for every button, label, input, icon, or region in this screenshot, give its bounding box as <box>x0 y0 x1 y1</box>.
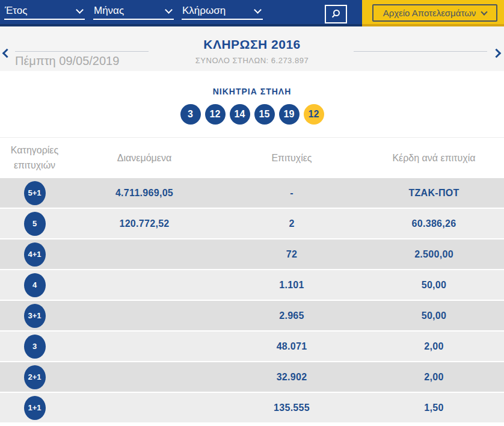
category-badge: 3 <box>24 335 46 359</box>
category-badge: 4+1 <box>24 242 46 267</box>
winning-numbers: 3 12 14 15 19 12 <box>0 104 504 125</box>
category-badge: 4 <box>24 273 46 297</box>
month-dropdown[interactable]: Μήνας <box>93 3 174 20</box>
next-draw-button[interactable] <box>490 47 503 60</box>
distributed-cell: 120.772,52 <box>69 218 220 229</box>
draw-title: ΚΛΗΡΩΣΗ 2016 <box>0 37 504 52</box>
winners-cell: - <box>220 188 364 199</box>
chevron-down-icon <box>481 8 488 15</box>
category-cell: 4+1 <box>0 242 69 267</box>
winning-number-ball: 14 <box>230 104 250 125</box>
draw-dropdown-label: Κλήρωση <box>182 5 226 17</box>
prize-cell: 1,50 <box>364 403 504 413</box>
year-dropdown[interactable]: Έτος <box>4 3 85 20</box>
chevron-down-icon <box>76 6 84 14</box>
winning-number-ball: 15 <box>254 104 275 125</box>
category-cell: 1+1 <box>0 396 69 420</box>
table-row: 5 120.772,52 2 60.386,26 <box>0 209 504 239</box>
filter-bar: Έτος Μήνας Κλήρωση Αρχείο Αποτελεσμάτων <box>0 0 504 26</box>
table-row: 5+1 4.711.969,05 - ΤΖΑΚ-ΠΟΤ <box>0 178 504 209</box>
table-header-row: Κατηγορίες επιτυχιών Διανεμόμενα Επιτυχί… <box>0 137 504 178</box>
chevron-right-icon <box>491 48 501 58</box>
divider-line <box>354 51 487 52</box>
prize-cell: 2,00 <box>364 372 504 383</box>
category-cell: 2+1 <box>0 365 69 389</box>
category-badge: 2+1 <box>24 365 46 389</box>
archive-results-section: Αρχείο Αποτελεσμάτων <box>362 0 504 26</box>
category-cell: 4 <box>0 273 69 297</box>
table-row: 3 48.071 2,00 <box>0 332 504 362</box>
column-header-category: Κατηγορίες επιτυχιών <box>0 143 69 173</box>
total-columns: ΣΥΝΟΛΟ ΣΤΗΛΩΝ: 6.273.897 <box>0 56 504 65</box>
table-row: 1+1 135.555 1,50 <box>0 393 504 424</box>
category-cell: 5 <box>0 212 69 236</box>
winning-column-section: ΝΙΚΗΤΡΙΑ ΣΤΗΛΗ 3 12 14 15 19 12 <box>0 71 504 137</box>
prize-cell: ΤΖΑΚ-ΠΟΤ <box>364 188 504 199</box>
winners-cell: 2 <box>220 218 364 229</box>
winners-cell: 2.965 <box>220 310 364 321</box>
category-badge: 3+1 <box>24 304 46 328</box>
chevron-down-icon <box>165 6 173 14</box>
winning-number-ball: 3 <box>180 104 201 125</box>
draw-navigation: Πέμπτη 09/05/2019 ΚΛΗΡΩΣΗ 2016 ΣΥΝΟΛΟ ΣΤ… <box>0 26 504 71</box>
winners-cell: 32.902 <box>220 372 364 383</box>
table-row: 4+1 72 2.500,00 <box>0 239 504 270</box>
lottery-results-page: Έτος Μήνας Κλήρωση Αρχείο Αποτελεσμάτων <box>0 0 504 426</box>
draw-dropdown[interactable]: Κλήρωση <box>182 3 263 20</box>
table-row: 2+1 32.902 2,00 <box>0 362 504 393</box>
category-cell: 3 <box>0 335 69 359</box>
archive-results-button[interactable]: Αρχείο Αποτελεσμάτων <box>372 4 497 22</box>
category-badge: 5+1 <box>24 181 46 205</box>
prize-cell: 50,00 <box>364 280 504 291</box>
category-cell: 3+1 <box>0 304 69 328</box>
year-dropdown-label: Έτος <box>5 5 27 17</box>
category-cell: 5+1 <box>0 181 69 205</box>
bonus-number-ball: 12 <box>304 104 324 125</box>
category-badge: 1+1 <box>24 396 46 420</box>
winners-cell: 1.101 <box>220 280 364 291</box>
winning-number-ball: 12 <box>205 104 226 125</box>
winners-cell: 48.071 <box>220 341 364 352</box>
prize-cell: 2.500,00 <box>364 249 504 260</box>
prize-cell: 50,00 <box>364 310 504 321</box>
winning-column-title: ΝΙΚΗΤΡΙΑ ΣΤΗΛΗ <box>0 87 504 96</box>
winners-cell: 135.555 <box>220 403 364 413</box>
month-dropdown-label: Μήνας <box>94 5 124 17</box>
archive-results-label: Αρχείο Αποτελεσμάτων <box>383 8 476 18</box>
chevron-down-icon <box>254 6 262 14</box>
category-badge: 5 <box>24 212 46 236</box>
column-header-winners: Επιτυχίες <box>220 153 364 164</box>
table-row: 3+1 2.965 50,00 <box>0 301 504 332</box>
prize-cell: 2,00 <box>364 341 504 352</box>
prize-cell: 60.386,26 <box>364 218 504 229</box>
winning-number-ball: 19 <box>279 104 300 125</box>
distributed-cell: 4.711.969,05 <box>69 188 220 199</box>
winners-cell: 72 <box>220 249 364 260</box>
table-row: 4 1.101 50,00 <box>0 270 504 301</box>
search-button[interactable] <box>325 5 347 23</box>
column-header-prize: Κέρδη ανά επιτυχία <box>364 153 504 164</box>
results-table: Κατηγορίες επιτυχιών Διανεμόμενα Επιτυχί… <box>0 137 504 424</box>
search-icon <box>331 9 341 19</box>
column-header-distributed: Διανεμόμενα <box>69 153 220 164</box>
